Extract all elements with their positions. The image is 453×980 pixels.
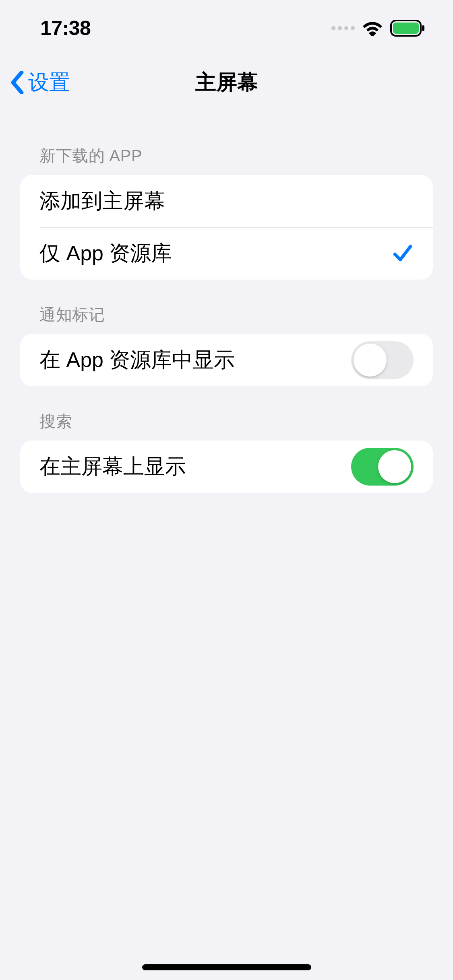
cellular-dots-icon: [331, 26, 355, 30]
battery-icon: [390, 20, 425, 37]
row-label: 在 App 资源库中显示: [39, 346, 235, 374]
back-label: 设置: [28, 68, 70, 97]
section-header-search: 搜索: [20, 386, 433, 441]
row-label: 在主屏幕上显示: [39, 453, 186, 481]
row-label: 仅 App 资源库: [39, 239, 172, 268]
wifi-icon: [362, 20, 383, 36]
chevron-left-icon: [10, 71, 26, 94]
page-title: 主屏幕: [195, 68, 258, 97]
row-add-to-home-screen[interactable]: 添加到主屏幕: [20, 175, 433, 227]
navigation-bar: 设置 主屏幕: [0, 56, 453, 109]
row-app-library-only[interactable]: 仅 App 资源库: [20, 227, 433, 280]
section-header-notification-badges: 通知标记: [20, 280, 433, 334]
group-new-downloads: 添加到主屏幕 仅 App 资源库: [20, 175, 433, 280]
svg-rect-2: [422, 25, 424, 31]
toggle-show-in-app-library[interactable]: [351, 341, 414, 379]
status-indicators: [331, 20, 425, 37]
row-label: 添加到主屏幕: [39, 187, 165, 215]
status-time: 17:38: [40, 16, 91, 40]
group-notification-badges: 在 App 资源库中显示: [20, 334, 433, 386]
back-button[interactable]: 设置: [10, 68, 70, 97]
svg-rect-1: [393, 23, 419, 34]
row-show-in-app-library: 在 App 资源库中显示: [20, 334, 433, 386]
section-header-new-downloads: 新下载的 APP: [20, 109, 433, 175]
checkmark-icon: [392, 243, 414, 264]
toggle-show-on-home-screen[interactable]: [351, 448, 414, 486]
status-bar: 17:38: [0, 0, 453, 56]
row-show-on-home-screen: 在主屏幕上显示: [20, 441, 433, 493]
content: 新下载的 APP 添加到主屏幕 仅 App 资源库 通知标记 在 App 资源库…: [0, 109, 453, 493]
home-indicator[interactable]: [142, 964, 311, 970]
group-search: 在主屏幕上显示: [20, 441, 433, 493]
